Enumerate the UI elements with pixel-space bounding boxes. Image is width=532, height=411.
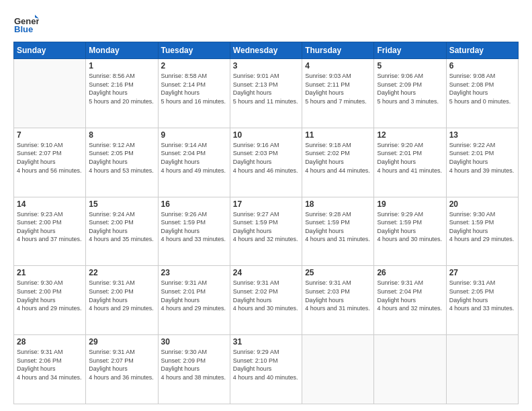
calendar-cell: 26Sunrise: 9:31 AMSunset: 2:04 PMDayligh… xyxy=(374,266,446,335)
day-info: Sunrise: 9:20 AMSunset: 2:01 PMDaylight … xyxy=(377,141,443,175)
calendar-cell: 21Sunrise: 9:30 AMSunset: 2:00 PMDayligh… xyxy=(14,266,86,335)
day-number: 18 xyxy=(305,199,371,209)
weekday-header-thursday: Thursday xyxy=(302,42,374,59)
day-number: 8 xyxy=(89,130,154,140)
calendar-cell: 14Sunrise: 9:23 AMSunset: 2:00 PMDayligh… xyxy=(14,197,86,266)
day-number: 13 xyxy=(449,130,515,140)
calendar-cell xyxy=(302,335,374,404)
day-info: Sunrise: 9:01 AMSunset: 2:13 PMDaylight … xyxy=(233,72,299,105)
day-info: Sunrise: 9:29 AMSunset: 2:10 PMDaylight … xyxy=(233,348,299,381)
calendar-cell: 16Sunrise: 9:26 AMSunset: 1:59 PMDayligh… xyxy=(158,197,230,266)
day-info: Sunrise: 9:30 AMSunset: 2:00 PMDaylight … xyxy=(17,279,83,312)
calendar-cell: 6Sunrise: 9:08 AMSunset: 2:08 PMDaylight… xyxy=(446,59,518,128)
day-number: 21 xyxy=(17,268,83,277)
weekday-header-row: SundayMondayTuesdayWednesdayThursdayFrid… xyxy=(14,42,519,59)
day-number: 29 xyxy=(89,337,154,347)
calendar-table: SundayMondayTuesdayWednesdayThursdayFrid… xyxy=(13,42,519,404)
day-info: Sunrise: 9:27 AMSunset: 1:59 PMDaylight … xyxy=(233,210,299,244)
week-row-5: 28Sunrise: 9:31 AMSunset: 2:06 PMDayligh… xyxy=(14,335,519,404)
weekday-header-saturday: Saturday xyxy=(446,42,518,59)
day-number: 23 xyxy=(161,268,227,277)
day-number: 6 xyxy=(449,61,515,71)
svg-text:Blue: Blue xyxy=(14,24,33,34)
page: General Blue SundayMondayTuesdayWednesda… xyxy=(0,0,532,411)
day-info: Sunrise: 9:29 AMSunset: 1:59 PMDaylight … xyxy=(377,210,443,244)
calendar-cell: 3Sunrise: 9:01 AMSunset: 2:13 PMDaylight… xyxy=(230,59,302,128)
day-number: 11 xyxy=(305,130,371,140)
day-info: Sunrise: 9:18 AMSunset: 2:02 PMDaylight … xyxy=(305,141,371,175)
day-number: 12 xyxy=(377,130,443,140)
calendar-cell: 8Sunrise: 9:12 AMSunset: 2:05 PMDaylight… xyxy=(86,128,158,197)
calendar-cell: 31Sunrise: 9:29 AMSunset: 2:10 PMDayligh… xyxy=(230,335,302,404)
calendar-cell: 7Sunrise: 9:10 AMSunset: 2:07 PMDaylight… xyxy=(14,128,86,197)
day-info: Sunrise: 9:08 AMSunset: 2:08 PMDaylight … xyxy=(449,72,515,105)
day-info: Sunrise: 9:24 AMSunset: 2:00 PMDaylight … xyxy=(89,210,154,244)
day-info: Sunrise: 9:30 AMSunset: 2:09 PMDaylight … xyxy=(161,348,227,381)
day-number: 7 xyxy=(17,130,83,140)
calendar-cell: 17Sunrise: 9:27 AMSunset: 1:59 PMDayligh… xyxy=(230,197,302,266)
day-info: Sunrise: 9:12 AMSunset: 2:05 PMDaylight … xyxy=(89,141,154,175)
day-number: 24 xyxy=(233,268,299,277)
weekday-header-tuesday: Tuesday xyxy=(158,42,230,59)
day-info: Sunrise: 8:58 AMSunset: 2:14 PMDaylight … xyxy=(161,72,227,105)
week-row-4: 21Sunrise: 9:30 AMSunset: 2:00 PMDayligh… xyxy=(14,266,519,335)
day-number: 28 xyxy=(17,337,83,347)
calendar-cell: 5Sunrise: 9:06 AMSunset: 2:09 PMDaylight… xyxy=(374,59,446,128)
day-number: 19 xyxy=(377,199,443,209)
calendar-cell xyxy=(374,335,446,404)
day-info: Sunrise: 9:23 AMSunset: 2:00 PMDaylight … xyxy=(17,210,83,244)
header: General Blue xyxy=(13,11,519,36)
weekday-header-monday: Monday xyxy=(86,42,158,59)
day-number: 10 xyxy=(233,130,299,140)
week-row-2: 7Sunrise: 9:10 AMSunset: 2:07 PMDaylight… xyxy=(14,128,519,197)
day-info: Sunrise: 9:31 AMSunset: 2:00 PMDaylight … xyxy=(89,279,154,312)
day-info: Sunrise: 9:28 AMSunset: 1:59 PMDaylight … xyxy=(305,210,371,244)
calendar-cell: 1Sunrise: 8:56 AMSunset: 2:16 PMDaylight… xyxy=(86,59,158,128)
day-number: 26 xyxy=(377,268,443,277)
week-row-1: 1Sunrise: 8:56 AMSunset: 2:16 PMDaylight… xyxy=(14,59,519,128)
calendar-cell xyxy=(446,335,518,404)
calendar-cell: 18Sunrise: 9:28 AMSunset: 1:59 PMDayligh… xyxy=(302,197,374,266)
day-info: Sunrise: 9:06 AMSunset: 2:09 PMDaylight … xyxy=(377,72,443,105)
day-info: Sunrise: 9:26 AMSunset: 1:59 PMDaylight … xyxy=(161,210,227,244)
weekday-header-wednesday: Wednesday xyxy=(230,42,302,59)
day-info: Sunrise: 9:16 AMSunset: 2:03 PMDaylight … xyxy=(233,141,299,175)
day-info: Sunrise: 9:31 AMSunset: 2:07 PMDaylight … xyxy=(89,348,154,381)
calendar-cell: 29Sunrise: 9:31 AMSunset: 2:07 PMDayligh… xyxy=(86,335,158,404)
day-info: Sunrise: 9:30 AMSunset: 1:59 PMDaylight … xyxy=(449,210,515,244)
day-number: 14 xyxy=(17,199,83,209)
day-info: Sunrise: 9:31 AMSunset: 2:03 PMDaylight … xyxy=(305,279,371,312)
calendar-cell: 23Sunrise: 9:31 AMSunset: 2:01 PMDayligh… xyxy=(158,266,230,335)
calendar-cell: 28Sunrise: 9:31 AMSunset: 2:06 PMDayligh… xyxy=(14,335,86,404)
day-number: 31 xyxy=(233,337,299,347)
calendar-cell: 9Sunrise: 9:14 AMSunset: 2:04 PMDaylight… xyxy=(158,128,230,197)
day-number: 4 xyxy=(305,61,371,71)
day-info: Sunrise: 8:56 AMSunset: 2:16 PMDaylight … xyxy=(89,72,154,105)
day-info: Sunrise: 9:31 AMSunset: 2:04 PMDaylight … xyxy=(377,279,443,312)
day-number: 9 xyxy=(161,130,227,140)
day-number: 15 xyxy=(89,199,154,209)
weekday-header-friday: Friday xyxy=(374,42,446,59)
calendar-cell: 11Sunrise: 9:18 AMSunset: 2:02 PMDayligh… xyxy=(302,128,374,197)
calendar-cell: 22Sunrise: 9:31 AMSunset: 2:00 PMDayligh… xyxy=(86,266,158,335)
day-number: 5 xyxy=(377,61,443,71)
calendar-cell: 2Sunrise: 8:58 AMSunset: 2:14 PMDaylight… xyxy=(158,59,230,128)
day-number: 20 xyxy=(449,199,515,209)
day-info: Sunrise: 9:22 AMSunset: 2:01 PMDaylight … xyxy=(449,141,515,175)
calendar-cell: 19Sunrise: 9:29 AMSunset: 1:59 PMDayligh… xyxy=(374,197,446,266)
calendar-cell: 13Sunrise: 9:22 AMSunset: 2:01 PMDayligh… xyxy=(446,128,518,197)
logo-icon: General Blue xyxy=(13,11,39,36)
calendar-cell: 30Sunrise: 9:30 AMSunset: 2:09 PMDayligh… xyxy=(158,335,230,404)
calendar-cell: 20Sunrise: 9:30 AMSunset: 1:59 PMDayligh… xyxy=(446,197,518,266)
day-info: Sunrise: 9:31 AMSunset: 2:01 PMDaylight … xyxy=(161,279,227,312)
day-info: Sunrise: 9:14 AMSunset: 2:04 PMDaylight … xyxy=(161,141,227,175)
day-number: 3 xyxy=(233,61,299,71)
calendar-cell: 12Sunrise: 9:20 AMSunset: 2:01 PMDayligh… xyxy=(374,128,446,197)
logo: General Blue xyxy=(13,11,39,36)
calendar-cell: 4Sunrise: 9:03 AMSunset: 2:11 PMDaylight… xyxy=(302,59,374,128)
day-number: 1 xyxy=(89,61,154,71)
calendar-cell xyxy=(14,59,86,128)
weekday-header-sunday: Sunday xyxy=(14,42,86,59)
calendar-cell: 10Sunrise: 9:16 AMSunset: 2:03 PMDayligh… xyxy=(230,128,302,197)
day-number: 25 xyxy=(305,268,371,277)
